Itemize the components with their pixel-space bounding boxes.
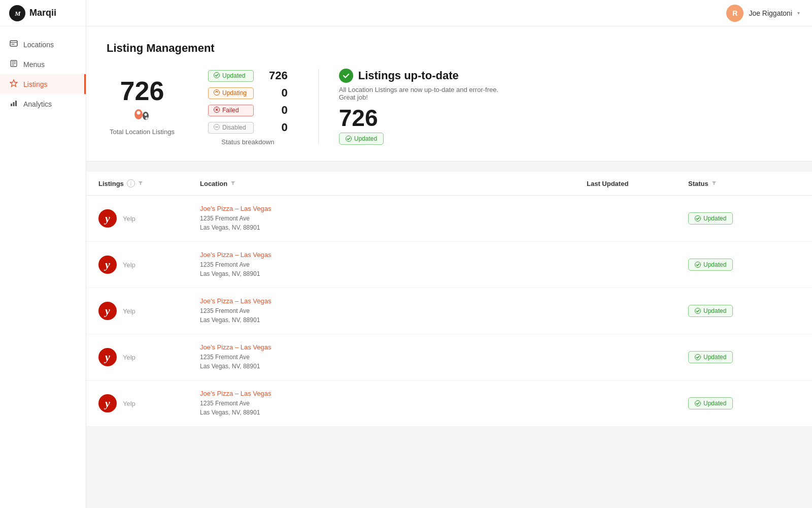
- listing-platform-cell: y Yelp: [98, 394, 200, 412]
- status-badge-failed: Failed: [208, 105, 254, 116]
- yelp-logo-icon: y: [98, 302, 117, 320]
- menus-icon: [9, 59, 18, 69]
- breakdown-label: Status breakdown: [208, 138, 288, 146]
- listings-table: Listings i Location Last Updated Status: [86, 172, 812, 427]
- table-row: y Yelp Joe's Pizza – Las Vegas 1235 Frem…: [86, 288, 812, 334]
- sidebar-item-locations[interactable]: Locations: [0, 35, 86, 54]
- status-cell: Updated: [688, 259, 800, 271]
- svg-point-20: [214, 89, 220, 95]
- location-info: Joe's Pizza – Las Vegas 1235 Fremont Ave…: [200, 343, 272, 371]
- status-cell: Updated: [688, 351, 800, 363]
- location-name[interactable]: Joe's Pizza – Las Vegas: [200, 251, 272, 259]
- platform-name: Yelp: [123, 307, 136, 315]
- sidebar-item-listings[interactable]: Listings: [0, 74, 86, 94]
- row-status-badge: Updated: [688, 397, 733, 409]
- col-header-status: Status: [688, 180, 800, 187]
- uptodate-description: All Location Listings are now up-to-date…: [339, 86, 512, 101]
- location-address: 1235 Fremont AveLas Vegas, NV, 88901: [200, 306, 272, 325]
- analytics-label: Analytics: [23, 100, 52, 108]
- row-status-badge: Updated: [688, 212, 733, 225]
- platform-name: Yelp: [123, 354, 136, 361]
- location-name[interactable]: Joe's Pizza – Las Vegas: [200, 390, 272, 397]
- svg-marker-28: [231, 181, 235, 185]
- header: R Joe Riggatoni ▾: [86, 0, 812, 26]
- status-breakdown-widget: Updated 726 Updating 0: [208, 67, 288, 146]
- listing-platform-cell: y Yelp: [98, 209, 200, 228]
- yelp-logo-icon: y: [98, 348, 117, 366]
- logo-area: M Marqii: [0, 0, 86, 26]
- updated-check-icon: [214, 72, 220, 80]
- platform-name: Yelp: [123, 261, 136, 269]
- table-header: Listings i Location Last Updated Status: [86, 172, 812, 196]
- status-cell: Updated: [688, 397, 800, 409]
- status-row-updated: Updated 726: [208, 67, 288, 84]
- sidebar-item-analytics[interactable]: Analytics: [0, 94, 86, 114]
- svg-point-15: [137, 111, 141, 114]
- page-title: Listing Management: [107, 42, 792, 55]
- listings-info-icon[interactable]: i: [127, 179, 135, 187]
- location-info: Joe's Pizza – Las Vegas 1235 Fremont Ave…: [200, 390, 272, 417]
- location-info: Joe's Pizza – Las Vegas 1235 Fremont Ave…: [200, 297, 272, 325]
- green-check-icon: [339, 69, 353, 83]
- yelp-logo-icon: y: [98, 394, 117, 412]
- location-name[interactable]: Joe's Pizza – Las Vegas: [200, 205, 272, 212]
- status-row-updating: Updating 0: [208, 84, 288, 102]
- svg-point-17: [145, 113, 147, 116]
- svg-marker-27: [139, 181, 143, 185]
- uptodate-title-row: Listings up-to-date: [339, 69, 512, 83]
- status-badge-updated: Updated: [208, 70, 254, 82]
- location-info: Joe's Pizza – Las Vegas 1235 Fremont Ave…: [200, 251, 272, 278]
- col-header-location: Location: [200, 180, 587, 187]
- chevron-down-icon: ▾: [797, 10, 800, 16]
- status-cell: Updated: [688, 305, 800, 317]
- status-badge-updating: Updating: [208, 87, 254, 99]
- user-menu[interactable]: R Joe Riggatoni ▾: [726, 5, 800, 22]
- row-status-badge: Updated: [688, 305, 733, 317]
- location-info: Joe's Pizza – Las Vegas 1235 Fremont Ave…: [200, 205, 272, 232]
- location-name[interactable]: Joe's Pizza – Las Vegas: [200, 343, 272, 351]
- disabled-icon: [214, 124, 220, 132]
- location-address: 1235 Fremont AveLas Vegas, NV, 88901: [200, 214, 272, 232]
- yelp-logo-icon: y: [98, 256, 117, 274]
- main-content: Listing Management 726 Total Location Li…: [86, 26, 812, 508]
- analytics-icon: [9, 99, 18, 109]
- svg-text:M: M: [14, 10, 21, 17]
- svg-point-18: [146, 117, 148, 119]
- location-cell: Joe's Pizza – Las Vegas 1235 Fremont Ave…: [200, 390, 587, 417]
- location-cell: Joe's Pizza – Las Vegas 1235 Fremont Ave…: [200, 343, 587, 371]
- table-row: y Yelp Joe's Pizza – Las Vegas 1235 Frem…: [86, 196, 812, 242]
- status-filter-icon[interactable]: [712, 180, 717, 186]
- sidebar-item-menus[interactable]: Menus: [0, 54, 86, 74]
- col-header-last-updated: Last Updated: [587, 179, 688, 188]
- app-name: Marqii: [29, 8, 56, 18]
- listings-icon: [9, 79, 18, 89]
- uptodate-title: Listings up-to-date: [358, 69, 459, 82]
- failed-count: 0: [273, 104, 288, 117]
- svg-rect-11: [11, 104, 12, 106]
- svg-rect-5: [13, 44, 14, 45]
- updated-count: 726: [269, 69, 288, 82]
- locations-icon: [9, 40, 18, 49]
- menus-label: Menus: [23, 60, 45, 69]
- location-address: 1235 Fremont AveLas Vegas, NV, 88901: [200, 399, 272, 417]
- status-row-failed: Failed 0: [208, 102, 288, 119]
- svg-rect-2: [10, 41, 17, 46]
- location-name[interactable]: Joe's Pizza – Las Vegas: [200, 297, 272, 305]
- sidebar: M Marqii Locations Menus Listings: [0, 0, 86, 508]
- nav-menu: Locations Menus Listings Analytics: [0, 26, 86, 508]
- status-cell: Updated: [688, 212, 800, 225]
- location-filter-icon[interactable]: [230, 180, 235, 186]
- svg-rect-12: [13, 102, 15, 106]
- table-row: y Yelp Joe's Pizza – Las Vegas 1235 Frem…: [86, 242, 812, 288]
- platform-name: Yelp: [123, 400, 136, 407]
- total-listings-widget: 726 Total Location Listings: [107, 78, 178, 136]
- listing-platform-cell: y Yelp: [98, 256, 200, 274]
- total-listings-count: 726: [107, 78, 178, 104]
- failed-icon: [214, 107, 220, 114]
- location-address: 1235 Fremont AveLas Vegas, NV, 88901: [200, 260, 272, 278]
- listings-filter-icon[interactable]: [138, 180, 143, 186]
- svg-rect-13: [15, 101, 17, 106]
- disabled-count: 0: [273, 121, 288, 134]
- total-listings-label: Total Location Listings: [107, 128, 178, 136]
- status-breakdown-list: Updated 726 Updating 0: [208, 67, 288, 136]
